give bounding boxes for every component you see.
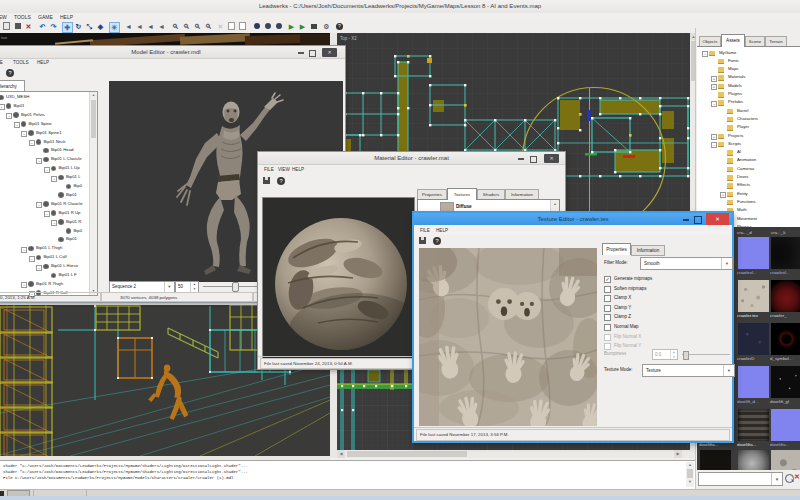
svg-text:Top - X2: Top - X2 <box>340 36 357 41</box>
